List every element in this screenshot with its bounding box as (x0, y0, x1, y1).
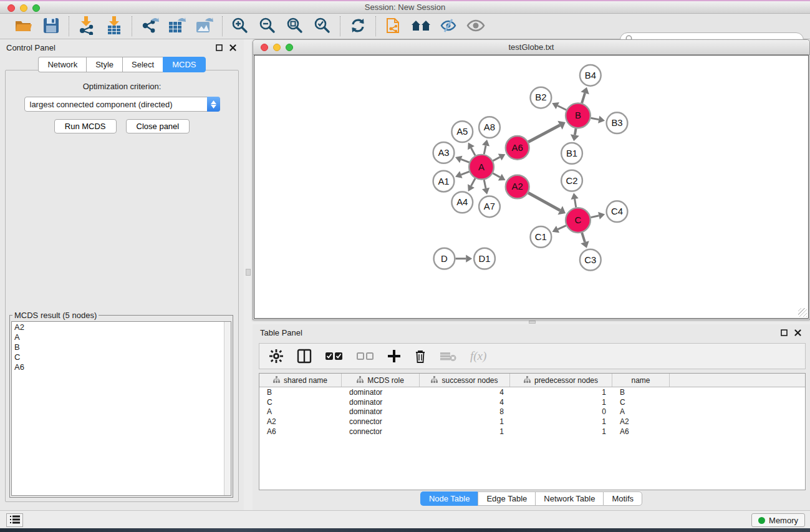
network-canvas[interactable]: B4B2BB3B1A5A8A6A3AA1A2A4A7C2C4CC1C3DD1 (254, 55, 809, 319)
criterion-select[interactable]: largest connected component (directed) (24, 97, 220, 112)
edge-A-A2[interactable] (493, 173, 500, 177)
edge-C-C1[interactable] (558, 226, 566, 230)
column-header-successor-nodes[interactable]: successor nodes (420, 374, 510, 387)
mcds-result-item[interactable]: A6 (14, 362, 228, 372)
resize-grip-icon[interactable] (798, 308, 807, 317)
function-builder-button[interactable]: f(x) (470, 349, 486, 363)
zoom-window-button[interactable] (32, 4, 40, 12)
graph-node-C4[interactable]: C4 (607, 201, 628, 222)
tab-network[interactable]: Network (38, 57, 86, 72)
graph-node-B2[interactable]: B2 (531, 87, 552, 109)
minimize-window-button[interactable] (20, 4, 27, 12)
graph-node-C1[interactable]: C1 (531, 226, 552, 248)
table-row[interactable]: Bdominator41B (259, 387, 805, 397)
edge-A-A5[interactable] (471, 148, 476, 155)
new-network-from-file-button[interactable] (382, 16, 405, 36)
horizontal-divider-handle[interactable] (529, 321, 536, 324)
tab-mcds[interactable]: MCDS (163, 57, 205, 72)
graph-node-A4[interactable]: A4 (451, 191, 473, 213)
delete-column-button[interactable] (414, 349, 427, 363)
node-table[interactable]: shared nameMCDS rolesuccessor nodesprede… (259, 373, 806, 490)
vertical-split-divider[interactable] (244, 39, 253, 510)
zoom-selected-button[interactable] (311, 16, 334, 36)
import-table-button[interactable] (103, 16, 125, 36)
graph-node-B4[interactable]: B4 (580, 65, 601, 86)
edge-B-B2[interactable] (557, 105, 566, 110)
zoom-in-button[interactable] (229, 16, 251, 36)
edge-B-B1[interactable] (575, 128, 576, 135)
edge-A-A1[interactable] (461, 172, 469, 175)
task-history-button[interactable] (6, 513, 23, 527)
mcds-result-item[interactable]: A (14, 332, 228, 342)
graph-node-A2[interactable]: A2 (506, 175, 529, 199)
mcds-list-scrollbar[interactable] (224, 322, 231, 495)
select-all-button[interactable] (325, 352, 343, 360)
show-details-button[interactable] (465, 16, 487, 36)
close-panel-button[interactable]: Close panel (126, 119, 190, 133)
close-panel-icon[interactable] (228, 42, 238, 52)
close-window-button[interactable] (7, 4, 15, 12)
mcds-result-item[interactable]: C (14, 352, 228, 362)
tab-style[interactable]: Style (86, 57, 122, 72)
table-row[interactable]: A2connector11A2 (259, 417, 805, 427)
zoom-out-button[interactable] (256, 16, 279, 36)
table-row[interactable]: Cdominator41C (259, 397, 805, 407)
refresh-button[interactable] (347, 16, 369, 36)
mcds-result-item[interactable]: B (14, 342, 228, 352)
graph-node-B[interactable]: B (566, 103, 591, 128)
edge-B-B4[interactable] (582, 93, 585, 103)
edge-C-C2[interactable] (575, 199, 576, 208)
tab-network-table[interactable]: Network Table (535, 491, 603, 506)
graph-node-B3[interactable]: B3 (607, 112, 628, 133)
home-button[interactable] (410, 16, 432, 36)
settings-gear-button[interactable] (269, 349, 283, 363)
memory-button[interactable]: Memory (751, 513, 805, 527)
edge-C-C3[interactable] (582, 233, 585, 242)
network-minimize-button[interactable] (273, 44, 281, 51)
edge-A-A3[interactable] (461, 159, 469, 162)
tab-motifs[interactable]: Motifs (603, 491, 642, 506)
edge-A-A7[interactable] (484, 180, 486, 188)
network-close-button[interactable] (261, 44, 268, 51)
column-header-predecessor-nodes[interactable]: predecessor nodes (510, 374, 612, 387)
hide-details-button[interactable] (437, 16, 460, 36)
graph-node-B1[interactable]: B1 (561, 143, 582, 164)
tab-node-table[interactable]: Node Table (420, 491, 478, 506)
network-window-titlebar[interactable]: testGlobe.txt (253, 40, 809, 55)
delete-table-button[interactable] (440, 351, 456, 362)
run-mcds-button[interactable]: Run MCDS (54, 119, 117, 133)
horizontal-split-divider[interactable] (253, 320, 810, 324)
deselect-all-button[interactable] (357, 352, 374, 360)
graph-node-D[interactable]: D (434, 248, 455, 269)
table-row[interactable]: A6connector11A6 (259, 427, 805, 437)
save-session-button[interactable] (40, 16, 62, 36)
graph-node-A3[interactable]: A3 (433, 142, 455, 163)
mcds-result-item[interactable]: A2 (14, 322, 228, 332)
edge-A-A8[interactable] (484, 145, 486, 154)
graph-node-A6[interactable]: A6 (506, 136, 529, 160)
graph-node-A5[interactable]: A5 (451, 121, 473, 142)
edge-A-A6[interactable] (493, 157, 499, 161)
mcds-result-list[interactable]: A2ABCA6 (11, 321, 231, 496)
graph-node-D1[interactable]: D1 (474, 248, 495, 269)
tab-edge-table[interactable]: Edge Table (478, 491, 535, 506)
edge-B-B3[interactable] (591, 118, 599, 119)
edge-A6-B[interactable] (528, 125, 560, 142)
tab-select[interactable]: Select (122, 57, 163, 72)
export-image-button[interactable] (193, 16, 216, 36)
graph-node-C2[interactable]: C2 (561, 170, 582, 191)
export-network-button[interactable] (138, 16, 161, 36)
graph-node-A7[interactable]: A7 (479, 196, 500, 217)
graph-node-C3[interactable]: C3 (580, 249, 601, 271)
zoom-fit-button[interactable] (284, 16, 306, 36)
graph-node-A[interactable]: A (469, 155, 494, 180)
column-layout-button[interactable] (297, 349, 312, 364)
add-column-button[interactable] (388, 350, 400, 362)
graph-node-C[interactable]: C (566, 208, 591, 233)
table-row[interactable]: Adominator80A (259, 407, 805, 417)
export-table-button[interactable] (166, 16, 188, 36)
column-header-MCDS-role[interactable]: MCDS role (342, 374, 420, 387)
column-header-shared-name[interactable]: shared name (259, 374, 342, 387)
vertical-divider-handle[interactable] (246, 269, 251, 276)
column-header-name[interactable]: name (612, 374, 670, 387)
